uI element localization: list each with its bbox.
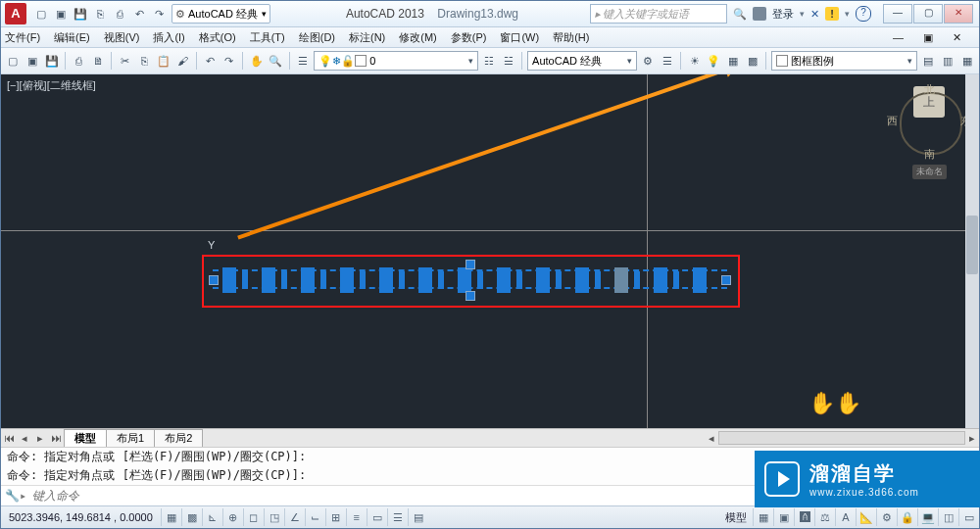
user-icon[interactable] (753, 7, 766, 21)
menu-modify[interactable]: 修改(M) (399, 30, 437, 45)
viewport-label[interactable]: [−][俯视][二维线框] (7, 78, 96, 93)
status-iso-icon[interactable]: ◫ (938, 508, 958, 526)
menu-insert[interactable]: 插入(I) (153, 30, 184, 45)
save-icon[interactable]: 💾 (72, 5, 89, 23)
app-logo-icon[interactable]: A (5, 3, 26, 24)
osnap-toggle[interactable]: ◻ (243, 508, 264, 526)
tool-layeriso-icon[interactable]: ☱ (500, 52, 516, 70)
polar-toggle[interactable]: ⊕ (222, 508, 243, 526)
command-config-icon[interactable]: 🔧▸ (5, 489, 26, 503)
tool-redo-icon[interactable]: ↷ (221, 52, 238, 70)
menu-draw[interactable]: 绘图(D) (299, 30, 335, 45)
drawing-area[interactable]: [−][俯视][二维线框] 北 西 东 上 南 未命名 Y (1, 74, 979, 428)
tool-open-icon[interactable]: ▣ (24, 52, 41, 70)
status-a1-icon[interactable]: A (835, 508, 856, 526)
mdi-restore-icon[interactable]: ▣ (923, 31, 933, 44)
tab-layout1[interactable]: 布局1 (106, 429, 155, 447)
status-clean-icon[interactable]: ▭ (958, 508, 979, 526)
snap-toggle[interactable]: ▦ (161, 508, 181, 526)
wcs-label[interactable]: 未命名 (912, 165, 947, 179)
tpy-toggle[interactable]: ▭ (367, 508, 387, 526)
viewcube[interactable]: 北 西 东 上 南 未命名 (895, 84, 963, 179)
tool-ws-gear-icon[interactable]: ⚙ (640, 52, 657, 70)
ortho-toggle[interactable]: ⊾ (202, 508, 222, 526)
tab-model[interactable]: 模型 (64, 429, 107, 447)
sc-toggle[interactable]: ▤ (408, 508, 428, 526)
otrack-toggle[interactable]: ∠ (284, 508, 305, 526)
search-icon[interactable]: 🔍 (733, 8, 747, 21)
undo-icon[interactable]: ↶ (130, 5, 148, 23)
tool-plot-icon[interactable]: ⎙ (71, 52, 87, 70)
mdi-close-icon[interactable]: ✕ (953, 31, 961, 44)
tool-match-icon[interactable]: 🖌 (174, 52, 191, 70)
status-ws-icon[interactable]: ⚙ (876, 508, 897, 526)
tool-layerstate-icon[interactable]: ☷ (481, 52, 498, 70)
menu-file[interactable]: 文件(F) (5, 30, 40, 45)
menu-view[interactable]: 视图(V) (104, 30, 140, 45)
tool-bulb-icon[interactable]: 💡 (706, 52, 722, 70)
status-grid-icon[interactable]: ▦ (753, 508, 773, 526)
coordinates[interactable]: 5023.3946, 149.6814 , 0.0000 (1, 511, 161, 523)
tool-render2-icon[interactable]: ▩ (744, 52, 760, 70)
status-hw-icon[interactable]: 💻 (917, 508, 938, 526)
modelspace-toggle[interactable]: 模型 (719, 510, 753, 525)
workspace-dropdown[interactable]: ⚙ AutoCAD 经典 ▾ (172, 4, 270, 24)
legend-dropdown[interactable]: 图框图例▾ (771, 51, 917, 71)
layer-dropdown[interactable]: 💡❄🔓 0▾ (314, 51, 478, 71)
status-a2-icon[interactable]: 📐 (856, 508, 876, 526)
vertical-scrollbar[interactable] (965, 74, 979, 428)
tab-next-icon[interactable]: ▸ (32, 432, 48, 445)
plot-icon[interactable]: ⎙ (111, 5, 128, 23)
selected-objects[interactable] (213, 264, 727, 297)
menu-param[interactable]: 参数(P) (451, 30, 487, 45)
horizontal-scrollbar[interactable]: ◂▸ (705, 431, 979, 445)
tab-first-icon[interactable]: ⏮ (1, 432, 17, 444)
3dosnap-toggle[interactable]: ◳ (264, 508, 284, 526)
exchange-icon[interactable]: ✕ (810, 8, 819, 21)
redo-icon[interactable]: ↷ (150, 5, 168, 23)
minimize-button[interactable]: — (883, 4, 912, 24)
menu-help[interactable]: 帮助(H) (553, 30, 589, 45)
tool-cut-icon[interactable]: ✂ (117, 52, 133, 70)
menu-format[interactable]: 格式(O) (199, 30, 236, 45)
menu-tools[interactable]: 工具(T) (250, 30, 285, 45)
mdi-minimize-icon[interactable]: — (893, 31, 904, 44)
tab-layout2[interactable]: 布局2 (154, 429, 203, 447)
tool-copy-icon[interactable]: ⎘ (136, 52, 153, 70)
tool-frame3-icon[interactable]: ▦ (958, 52, 975, 70)
tool-save-icon[interactable]: 💾 (43, 52, 60, 70)
tool-zoom-icon[interactable]: 🔍 (268, 52, 284, 70)
tool-ws-save-icon[interactable]: ☰ (660, 52, 676, 70)
tool-preview-icon[interactable]: 🗎 (90, 52, 107, 70)
saveas-icon[interactable]: ⎘ (91, 5, 109, 23)
tool-undo-icon[interactable]: ↶ (202, 52, 219, 70)
maximize-button[interactable]: ▢ (913, 4, 943, 24)
lwt-toggle[interactable]: ≡ (346, 508, 367, 526)
close-button[interactable]: ✕ (944, 4, 973, 24)
menu-edit[interactable]: 编辑(E) (54, 30, 90, 45)
tab-last-icon[interactable]: ⏭ (48, 432, 64, 444)
tool-frame1-icon[interactable]: ▤ (920, 52, 937, 70)
status-scale-icon[interactable]: ⚖ (814, 508, 835, 526)
new-icon[interactable]: ▢ (32, 5, 50, 23)
menu-dimension[interactable]: 标注(N) (349, 30, 385, 45)
tool-sun-icon[interactable]: ☀ (686, 52, 703, 70)
menu-window[interactable]: 窗口(W) (500, 30, 539, 45)
tab-prev-icon[interactable]: ◂ (17, 432, 32, 445)
qp-toggle[interactable]: ☰ (387, 508, 408, 526)
tool-render1-icon[interactable]: ▦ (725, 52, 742, 70)
tool-frame2-icon[interactable]: ▥ (940, 52, 956, 70)
workspace-dropdown-2[interactable]: AutoCAD 经典▾ (527, 51, 637, 71)
dyn-toggle[interactable]: ⊞ (325, 508, 346, 526)
tool-paste-icon[interactable]: 📋 (156, 52, 172, 70)
open-icon[interactable]: ▣ (52, 5, 70, 23)
grid-toggle[interactable]: ▩ (181, 508, 202, 526)
help-search-input[interactable]: ▸键入关键字或短语 (590, 4, 727, 24)
tool-layermgr-icon[interactable]: ☰ (295, 52, 312, 70)
login-link[interactable]: 登录 (772, 7, 794, 22)
status-ann-icon[interactable]: 🅰 (794, 508, 814, 526)
help-icon[interactable]: ? (856, 6, 871, 22)
status-qv-icon[interactable]: ▣ (773, 508, 794, 526)
notify-icon[interactable]: ! (825, 7, 839, 21)
tool-pan-icon[interactable]: ✋ (248, 52, 265, 70)
